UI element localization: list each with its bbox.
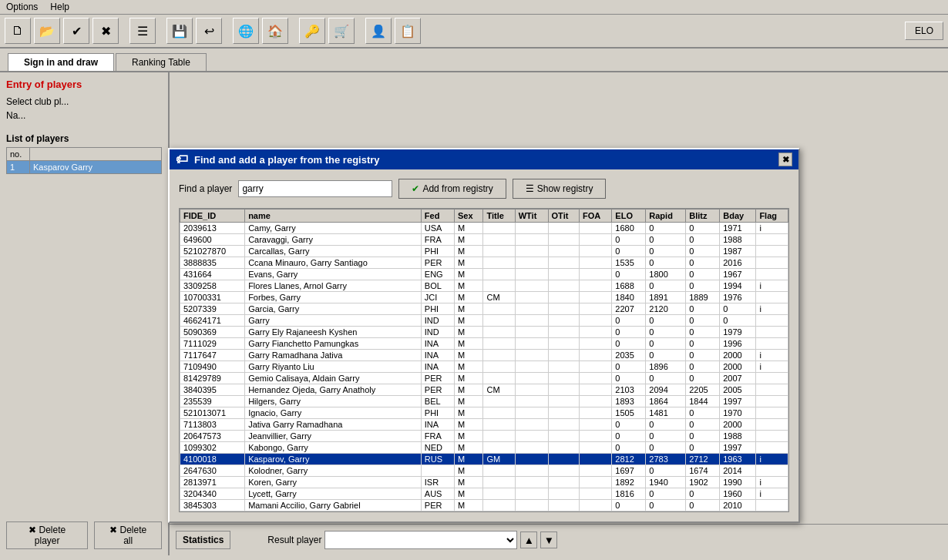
close-btn[interactable]: ✖ [92,18,119,44]
search-input[interactable] [238,180,392,197]
col-bday[interactable]: Bday [720,210,756,223]
table-row[interactable]: 2647630Kolodner, GarryM1697016742014 [180,465,788,477]
table-row[interactable]: 46624171GarryINDM0000 [180,315,788,327]
table-row[interactable]: 649600Caravaggi, GarryFRAM0001988 [180,234,788,246]
show-registry-btn[interactable]: ☰ Show registry [513,179,607,199]
modal-find-player: 🏷 Find and add a player from the registr… [168,148,800,523]
col-otit[interactable]: OTit [548,210,579,223]
player-row-1[interactable]: 1 Kasparov Garry [6,160,162,174]
table-row[interactable]: 81429789Gemio Calisaya, Aldain GarryPERM… [180,373,788,384]
players-list-label: List of players [6,133,162,144]
user-btn[interactable]: 👤 [365,18,392,44]
key-btn[interactable]: 🔑 [299,18,325,44]
col-fide-id[interactable]: FIDE_ID [180,210,245,223]
table-row[interactable]: 5090369Garry Ely Rajaneesh KyshenINDM000… [180,327,788,338]
col-title[interactable]: Title [483,210,515,223]
table-row[interactable]: 4100018Kasparov, GarryRUSMGM281227832712… [180,454,788,465]
list-icon: ☰ [526,183,534,194]
table-row[interactable]: 7109490Garry Riyanto LiuINAM0189602000i [180,361,788,373]
modal-title-icon: 🏷 [176,153,188,166]
col-fed[interactable]: Fed [421,210,454,223]
table-row[interactable]: 3204340Lycett, GarryAUSM1816001960i [180,488,788,500]
toolbar: 🗋 📂 ✔ ✖ ☰ 💾 ↩ 🌐 🏠 🔑 🛒 👤 📋 ELO [0,15,948,49]
new-btn[interactable]: 🗋 [5,18,31,44]
player-no: 1 [7,161,30,173]
table-row[interactable]: 5207339Garcia, GarryPHIM2207212000i [180,303,788,315]
col-flag[interactable]: Flag [756,210,788,223]
modal-titlebar: 🏷 Find and add a player from the registr… [170,149,798,169]
modal-title: Find and add a player from the registry [194,154,380,166]
search-row: Find a player ✔ Add from registry ☰ Show… [179,179,789,199]
home-btn[interactable]: 🏠 [262,18,288,44]
menu-bar: Options Help [0,0,948,15]
table-row[interactable]: 2039613Camy, GarryUSAM1680001971i [180,223,788,234]
modal-body: Find a player ✔ Add from registry ☰ Show… [170,169,798,521]
result-nav-prev[interactable]: ▲ [520,531,537,548]
table-row[interactable]: 431664Evans, GarryENGM0180001967 [180,269,788,280]
col-name [30,148,161,160]
elo-btn[interactable]: ELO [905,22,943,40]
select-club-label: Select club pl... [6,96,162,107]
table-row[interactable]: 521013071Ignacio, GarryPHIM1505148101970 [180,407,788,419]
result-nav-next[interactable]: ▼ [540,531,557,548]
na-label: Na... [6,110,162,121]
report-btn[interactable]: 📋 [395,18,421,44]
list-btn[interactable]: ☰ [129,18,156,44]
col-wtit[interactable]: WTit [515,210,548,223]
col-rapid[interactable]: Rapid [646,210,686,223]
table-row[interactable]: 10700331Forbes, GarryJCIMCM1840189118891… [180,292,788,303]
menu-options[interactable]: Options [6,2,38,12]
open-btn[interactable]: 📂 [34,18,60,44]
entry-label: Entry of players [6,79,162,90]
result-player-select[interactable] [324,531,517,549]
player-name: Kasparov Garry [30,161,161,173]
col-sex[interactable]: Sex [454,210,483,223]
tab-ranking[interactable]: Ranking Table [116,53,207,71]
table-row[interactable]: 235539Hilgers, GarryBELM1893186418441997 [180,396,788,407]
table-row[interactable]: 521027870Carcallas, GarryPHIM0001987 [180,246,788,257]
result-player-label: Result player [267,535,321,545]
modal-close-btn[interactable]: ✖ [778,153,792,166]
save-btn[interactable]: 💾 [166,18,193,44]
col-no: no. [7,148,30,160]
table-row[interactable]: 7113803Jativa Garry RamadhanaINAM0002000 [180,419,788,431]
undo-btn[interactable]: ↩ [196,18,222,44]
delete-player-btn[interactable]: ✖ Delete player [6,521,88,549]
table-row[interactable]: 7117647Garry Ramadhana JativaINAM2035002… [180,350,788,361]
table-row[interactable]: 7111029Garry Fianchetto PamungkasINAM000… [180,338,788,350]
col-name-header[interactable]: name [245,210,422,223]
globe-btn[interactable]: 🌐 [233,18,259,44]
delete-all-btn[interactable]: ✖ Delete all [94,521,162,549]
table-row[interactable]: 3309258Flores Llanes, Arnol GarryBOLM168… [180,280,788,292]
find-label: Find a player [179,183,232,194]
menu-help[interactable]: Help [50,2,69,12]
registry-table: FIDE_ID name Fed Sex Title WTit OTit FOA… [180,209,788,511]
col-elo[interactable]: ELO [612,210,646,223]
table-row[interactable]: 20647573Jeanvillier, GarryFRAM0001988 [180,431,788,442]
check-btn[interactable]: ✔ [63,18,89,44]
registry-table-container[interactable]: FIDE_ID name Fed Sex Title WTit OTit FOA… [179,208,789,512]
table-row[interactable]: 3888835Ccana Minauro, Garry SantiagoPERM… [180,257,788,269]
tab-sign-in[interactable]: Sign in and draw [8,53,114,71]
table-row[interactable]: 2813971Koren, GarryISRM1892194019021990i [180,477,788,488]
checkmark-icon: ✔ [412,183,419,194]
add-from-registry-btn[interactable]: ✔ Add from registry [398,179,506,199]
col-foa[interactable]: FOA [580,210,612,223]
table-row[interactable]: 3845303Mamani Accilio, Garry GabrielPERM… [180,500,788,511]
table-row[interactable]: 1099302Kabongo, GarryNEDM0001997 [180,442,788,454]
cart-btn[interactable]: 🛒 [328,18,355,44]
col-blitz[interactable]: Blitz [686,210,720,223]
table-row[interactable]: 3840395Hernandez Ojeda, Garry AnatholyPE… [180,384,788,396]
statistics-label: Statistics [176,531,230,549]
